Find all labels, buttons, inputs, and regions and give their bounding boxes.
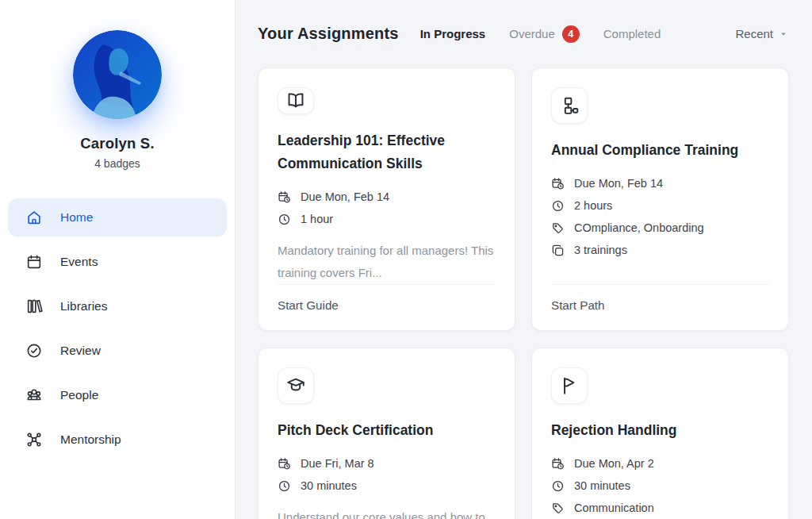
tag-icon	[551, 221, 565, 235]
tags-row: COmpliance, Onboarding	[551, 217, 769, 239]
calendar-due-icon	[551, 457, 565, 471]
due-date-row: Due Mon, Apr 2	[551, 452, 769, 475]
duration-text: 30 minutes	[301, 479, 357, 492]
network-icon	[25, 431, 43, 448]
sidebar-nav: Home Events Libraries Review People	[0, 198, 235, 459]
duration-row: 30 minutes	[551, 475, 769, 497]
due-date-text: Due Mon, Feb 14	[301, 190, 389, 203]
card-meta: Due Mon, Apr 2 30 minutes Communication	[551, 452, 769, 519]
card-meta: Due Mon, Feb 14 1 hour	[278, 186, 496, 230]
duration-row: 2 hours	[551, 194, 769, 217]
due-date-row: Due Fri, Mar 8	[278, 452, 496, 475]
assignment-tabs: In Progress Overdue 4 Completed	[420, 25, 661, 43]
tag-icon	[551, 502, 565, 515]
tab-label: Completed	[603, 27, 661, 40]
card-description: Mandatory training for all managers! Thi…	[278, 240, 496, 284]
sidebar-item-people[interactable]: People	[8, 376, 227, 414]
start-path-link[interactable]: Start Path	[551, 298, 605, 312]
duration-row: 30 minutes	[278, 475, 496, 497]
due-date-text: Due Fri, Mar 8	[301, 457, 374, 470]
assignment-card-pitch-deck[interactable]: Pitch Deck Certification Due Fri, Mar 8 …	[258, 348, 515, 519]
stack-icon	[551, 244, 565, 257]
calendar-icon	[25, 253, 43, 271]
card-title: Rejection Handling	[551, 419, 769, 442]
page-title: Your Assignments	[258, 25, 399, 43]
card-footer: Start Path	[551, 284, 769, 313]
tab-label: Overdue	[509, 27, 555, 40]
home-icon	[25, 209, 43, 226]
sort-dropdown[interactable]: Recent	[735, 27, 789, 40]
assignment-card-annual-compliance[interactable]: Annual Compliance Training Due Mon, Feb …	[531, 67, 789, 331]
sidebar-item-home[interactable]: Home	[8, 198, 227, 236]
flag-icon	[551, 367, 588, 404]
tags-text: Communication	[574, 502, 654, 514]
user-name: Carolyn S.	[80, 135, 155, 152]
sidebar-item-libraries[interactable]: Libraries	[8, 287, 227, 325]
due-date-text: Due Mon, Feb 14	[574, 177, 663, 190]
open-book-icon	[278, 87, 314, 114]
sidebar-item-label: Events	[60, 255, 98, 269]
tags-row: Communication	[551, 497, 769, 519]
avatar	[73, 30, 162, 119]
sidebar-item-review[interactable]: Review	[8, 332, 227, 370]
card-meta: Due Mon, Feb 14 2 hours COmpliance, Onbo…	[551, 172, 769, 261]
calendar-due-icon	[551, 177, 565, 190]
card-footer: Start Guide	[278, 284, 496, 313]
trainings-count-text: 3 trainings	[574, 244, 627, 256]
card-title: Annual Compliance Training	[551, 139, 769, 162]
clock-icon	[551, 479, 565, 493]
main-content: Your Assignments In Progress Overdue 4 C…	[236, 0, 812, 519]
sidebar: Carolyn S. 4 badges Home Events Librarie…	[0, 0, 236, 519]
avatar-wrap	[73, 30, 162, 119]
sidebar-item-label: Home	[60, 210, 93, 225]
books-icon	[25, 298, 43, 315]
duration-row: 1 hour	[278, 208, 496, 230]
clock-icon	[278, 479, 291, 493]
overdue-count-badge: 4	[562, 25, 580, 43]
duration-text: 2 hours	[574, 199, 612, 212]
assignment-card-rejection-handling[interactable]: Rejection Handling Due Mon, Apr 2 30 min…	[531, 348, 789, 519]
due-date-row: Due Mon, Feb 14	[278, 186, 496, 208]
sidebar-item-events[interactable]: Events	[8, 243, 227, 281]
user-badges-count: 4 badges	[94, 157, 140, 170]
sidebar-item-label: People	[60, 388, 98, 402]
duration-text: 30 minutes	[574, 479, 630, 492]
due-date-row: Due Mon, Feb 14	[551, 172, 769, 194]
card-title: Leadership 101: Effective Communication …	[278, 129, 496, 175]
sidebar-item-mentorship[interactable]: Mentorship	[8, 421, 227, 459]
calendar-due-icon	[278, 457, 291, 471]
chevron-down-icon	[778, 29, 789, 40]
duration-text: 1 hour	[301, 213, 333, 225]
workflow-icon	[551, 87, 588, 124]
assignment-cards-grid: Leadership 101: Effective Communication …	[258, 67, 789, 519]
card-description: Understand our core values and how to pi…	[278, 506, 496, 519]
sidebar-item-label: Libraries	[60, 299, 107, 313]
sidebar-item-label: Mentorship	[60, 432, 121, 447]
tab-overdue[interactable]: Overdue 4	[509, 25, 580, 43]
clock-icon	[278, 213, 291, 226]
card-title: Pitch Deck Certification	[278, 419, 496, 442]
assignments-header: Your Assignments In Progress Overdue 4 C…	[258, 21, 789, 47]
sidebar-item-label: Review	[60, 344, 101, 358]
tab-completed[interactable]: Completed	[603, 27, 661, 40]
calendar-due-icon	[278, 190, 291, 204]
assignment-card-leadership-101[interactable]: Leadership 101: Effective Communication …	[258, 67, 515, 331]
trainings-count-row: 3 trainings	[551, 239, 769, 261]
tab-in-progress[interactable]: In Progress	[420, 27, 486, 40]
people-icon	[25, 386, 43, 404]
card-meta: Due Fri, Mar 8 30 minutes	[278, 452, 496, 497]
check-circle-icon	[25, 342, 43, 359]
tags-text: COmpliance, Onboarding	[574, 221, 704, 234]
due-date-text: Due Mon, Apr 2	[574, 457, 654, 470]
clock-icon	[551, 199, 565, 213]
sort-label: Recent	[735, 27, 773, 40]
graduation-cap-icon	[278, 367, 314, 404]
tab-label: In Progress	[420, 27, 486, 40]
start-guide-link[interactable]: Start Guide	[278, 298, 339, 312]
